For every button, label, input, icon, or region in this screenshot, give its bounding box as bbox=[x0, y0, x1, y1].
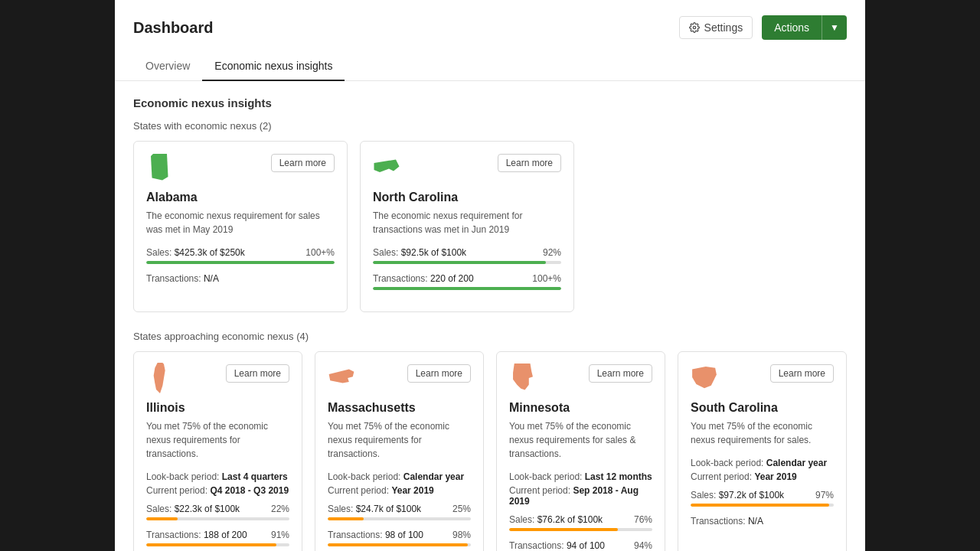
north-carolina-description: The economic nexus requirement for trans… bbox=[373, 209, 561, 236]
massachusetts-learn-more[interactable]: Learn more bbox=[407, 364, 471, 383]
sc-lookback: Look-back period: Calendar year bbox=[691, 458, 834, 468]
card-header: Learn more bbox=[373, 154, 561, 181]
massachusetts-card: Learn more Massachusetts You met 75% of … bbox=[315, 351, 484, 551]
nc-sales-bar bbox=[373, 261, 561, 264]
actions-button-group: Actions ▼ bbox=[762, 15, 847, 40]
states-with-nexus-label: States with economic nexus (2) bbox=[133, 120, 847, 132]
south-carolina-name: South Carolina bbox=[691, 401, 834, 415]
alabama-shape bbox=[148, 154, 172, 181]
alabama-sales-row: Sales: $425.3k of $250k 100+% bbox=[146, 247, 335, 258]
mn-current: Current period: Sep 2018 - Aug 2019 bbox=[509, 485, 652, 507]
il-transactions-row: Transactions: 188 of 200 91% bbox=[146, 530, 289, 540]
nc-transactions-bar bbox=[373, 287, 561, 290]
south-carolina-shape bbox=[691, 367, 718, 390]
illinois-current: Current period: Q4 2018 - Q3 2019 bbox=[146, 485, 289, 496]
il-sales-row: Sales: $22.3k of $100k 22% bbox=[146, 504, 289, 514]
alabama-sales-bar bbox=[146, 261, 335, 264]
south-carolina-description: You met 75% of the economic nexus requir… bbox=[691, 419, 834, 447]
massachusetts-icon bbox=[328, 364, 355, 392]
il-transactions-bar bbox=[146, 543, 289, 546]
svg-marker-2 bbox=[374, 160, 400, 173]
minnesota-description: You met 75% of the economic nexus requir… bbox=[509, 419, 652, 461]
svg-marker-3 bbox=[154, 363, 165, 393]
card-header: Learn more bbox=[509, 364, 652, 392]
nc-sales-row: Sales: $92.5k of $100k 92% bbox=[373, 247, 561, 258]
minnesota-card: Learn more Minnesota You met 75% of the … bbox=[496, 351, 665, 551]
illinois-learn-more[interactable]: Learn more bbox=[226, 364, 289, 383]
north-carolina-name: North Carolina bbox=[373, 191, 561, 204]
nc-transactions-fill bbox=[373, 287, 561, 290]
states-approaching-label: States approaching economic nexus (4) bbox=[133, 331, 847, 342]
illinois-lookback: Look-back period: Last 4 quarters bbox=[146, 471, 289, 482]
illinois-icon bbox=[146, 364, 174, 392]
illinois-description: You met 75% of the economic nexus requir… bbox=[146, 419, 289, 461]
card-header: Learn more bbox=[146, 154, 335, 181]
section-title: Economic nexus insights bbox=[133, 96, 847, 109]
minnesota-name: Minnesota bbox=[509, 401, 652, 415]
sc-current: Current period: Year 2019 bbox=[691, 471, 834, 482]
svg-marker-5 bbox=[513, 364, 533, 390]
tab-bar: Overview Economic nexus insights bbox=[133, 52, 847, 80]
states-with-nexus-cards: Learn more Alabama The economic nexus re… bbox=[133, 141, 847, 312]
ma-transactions-bar bbox=[328, 543, 471, 546]
mn-lookback: Look-back period: Last 12 months bbox=[509, 471, 652, 482]
illinois-name: Illinois bbox=[146, 401, 289, 415]
card-header: Learn more bbox=[328, 364, 471, 392]
alabama-learn-more[interactable]: Learn more bbox=[271, 154, 335, 172]
north-carolina-shape bbox=[373, 157, 400, 178]
card-header: Learn more bbox=[691, 364, 834, 392]
page-header: Dashboard Settings Actions ▼ Overview Ec… bbox=[115, 0, 865, 81]
settings-button[interactable]: Settings bbox=[679, 16, 753, 39]
ma-lookback: Look-back period: Calendar year bbox=[328, 471, 471, 482]
mn-sales-row: Sales: $76.2k of $100k 76% bbox=[509, 514, 652, 525]
alabama-name: Alabama bbox=[146, 191, 335, 204]
massachusetts-shape bbox=[328, 367, 355, 389]
illinois-shape bbox=[151, 363, 169, 393]
north-carolina-icon bbox=[373, 154, 400, 181]
gear-icon bbox=[689, 22, 700, 33]
ma-transactions-row: Transactions: 98 of 100 98% bbox=[328, 530, 471, 540]
card-header: Learn more bbox=[146, 364, 289, 392]
sc-sales-row: Sales: $97.2k of $100k 97% bbox=[691, 490, 834, 500]
header-actions: Settings Actions ▼ bbox=[679, 15, 847, 40]
sc-transactions-row: Transactions: N/A bbox=[691, 516, 834, 527]
sc-sales-bar bbox=[691, 504, 834, 507]
minnesota-shape bbox=[511, 364, 534, 393]
alabama-icon bbox=[146, 154, 174, 181]
alabama-description: The economic nexus requirement for sales… bbox=[146, 209, 335, 236]
mn-sales-bar bbox=[509, 528, 652, 531]
ma-current: Current period: Year 2019 bbox=[328, 485, 471, 496]
north-carolina-card: Learn more North Carolina The economic n… bbox=[360, 141, 574, 312]
page-title: Dashboard bbox=[133, 19, 213, 37]
north-carolina-learn-more[interactable]: Learn more bbox=[498, 154, 561, 172]
nc-sales-fill bbox=[373, 261, 546, 264]
tab-economic-nexus[interactable]: Economic nexus insights bbox=[202, 52, 345, 81]
illinois-card: Learn more Illinois You met 75% of the e… bbox=[133, 351, 302, 551]
actions-button[interactable]: Actions bbox=[762, 15, 822, 40]
alabama-sales-fill bbox=[146, 261, 335, 264]
south-carolina-card: Learn more South Carolina You met 75% of… bbox=[678, 351, 847, 551]
massachusetts-name: Massachusetts bbox=[328, 401, 471, 415]
massachusetts-description: You met 75% of the economic nexus requir… bbox=[328, 419, 471, 461]
ma-sales-row: Sales: $24.7k of $100k 25% bbox=[328, 504, 471, 514]
alabama-card: Learn more Alabama The economic nexus re… bbox=[133, 141, 348, 312]
il-sales-bar bbox=[146, 517, 289, 520]
tab-overview[interactable]: Overview bbox=[133, 52, 202, 81]
nc-transactions-row: Transactions: 220 of 200 100+% bbox=[373, 273, 561, 284]
svg-marker-4 bbox=[329, 370, 354, 383]
south-carolina-learn-more[interactable]: Learn more bbox=[770, 364, 834, 383]
states-approaching-cards: Learn more Illinois You met 75% of the e… bbox=[133, 351, 847, 551]
alabama-transactions-row: Transactions: N/A bbox=[146, 273, 335, 284]
south-carolina-icon bbox=[691, 364, 718, 392]
main-content: Economic nexus insights States with econ… bbox=[115, 81, 865, 551]
mn-transactions-row: Transactions: 94 of 100 94% bbox=[509, 540, 652, 551]
svg-marker-6 bbox=[692, 367, 717, 388]
svg-marker-1 bbox=[151, 154, 168, 181]
minnesota-learn-more[interactable]: Learn more bbox=[589, 364, 652, 383]
actions-dropdown-button[interactable]: ▼ bbox=[822, 15, 847, 40]
minnesota-icon bbox=[509, 364, 537, 392]
svg-point-0 bbox=[693, 26, 696, 29]
ma-sales-bar bbox=[328, 517, 471, 520]
